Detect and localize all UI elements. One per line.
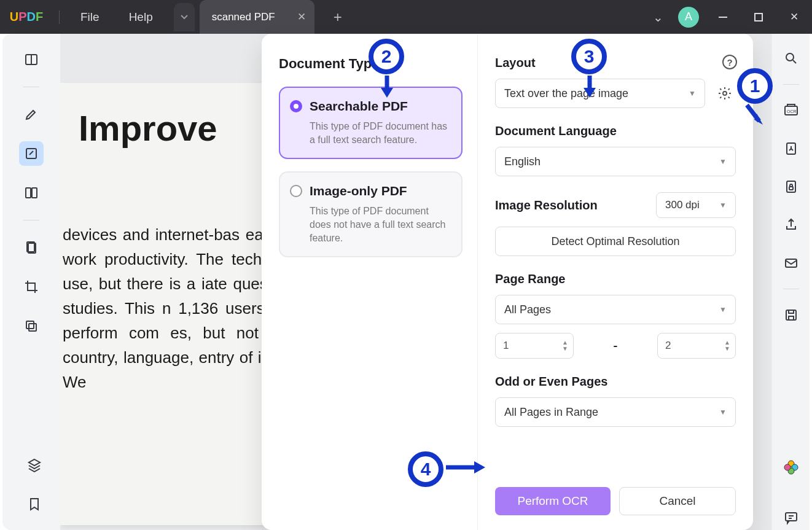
minimize-button[interactable] (705, 0, 741, 34)
edit-tool-icon[interactable] (19, 141, 44, 166)
svg-rect-4 (26, 188, 31, 198)
spin-buttons[interactable]: ▲▼ (562, 340, 568, 352)
cancel-button[interactable]: Cancel (619, 487, 736, 515)
callout-3-arrow (582, 74, 597, 100)
ocr-icon[interactable]: OCR (779, 98, 803, 123)
perform-ocr-button[interactable]: Perform OCR (495, 487, 611, 515)
spin-buttons[interactable]: ▲▼ (724, 340, 730, 352)
crop-tool-icon[interactable] (19, 275, 44, 299)
svg-rect-9 (29, 324, 36, 331)
separator (783, 289, 799, 289)
convert-icon[interactable] (779, 136, 803, 161)
odd-even-select[interactable]: All Pages in Range ▼ (495, 397, 736, 427)
language-select[interactable]: English ▼ (495, 147, 736, 176)
callout-3: 3 (571, 39, 607, 74)
tab-scanned-pdf[interactable]: scanned PDF ✕ (200, 0, 314, 34)
bookmark-icon[interactable] (22, 492, 47, 516)
svg-rect-17 (786, 259, 797, 267)
layout-value: Text over the page image (504, 87, 628, 100)
option-desc: This type of PDF document does not have … (310, 205, 451, 245)
svg-rect-16 (789, 187, 793, 190)
svg-point-22 (784, 464, 791, 470)
email-icon[interactable] (779, 251, 803, 275)
comment-icon[interactable] (779, 505, 803, 530)
layers-icon[interactable] (22, 453, 47, 477)
page-to-value: 2 (665, 340, 671, 352)
svg-point-10 (723, 92, 727, 95)
chevron-down-icon: ▼ (689, 89, 696, 98)
callout-4: 4 (408, 451, 443, 487)
odd-even-label: Odd or Even Pages (495, 375, 736, 389)
tab-list-dropdown[interactable] (174, 3, 195, 31)
svg-text:OCR: OCR (787, 109, 797, 114)
ocr-settings-section: ? Layout Text over the page image ▼ Docu… (478, 34, 753, 530)
svg-rect-1 (755, 14, 762, 21)
chevron-down-icon: ▼ (719, 157, 727, 166)
svg-rect-18 (786, 310, 796, 320)
separator (783, 84, 799, 85)
left-bottom-toolbar (22, 453, 47, 516)
page-range-label: Page Range (495, 272, 736, 286)
callout-2: 2 (369, 39, 404, 74)
account-dropdown-icon[interactable]: ⌄ (644, 10, 672, 25)
tab-title: scanned PDF (212, 11, 275, 23)
share-icon[interactable] (779, 212, 803, 237)
image-only-pdf-option[interactable]: Image-only PDF This type of PDF document… (279, 171, 463, 257)
svg-rect-23 (786, 513, 797, 521)
callout-2-arrow (380, 74, 394, 100)
menu-help[interactable]: Help (114, 10, 168, 24)
detect-resolution-button[interactable]: Detect Optimal Resolution (495, 227, 736, 256)
panel-footer: Perform OCR Cancel (495, 487, 736, 515)
searchable-pdf-option[interactable]: Searchable PDF This type of PDF document… (279, 87, 463, 159)
ocr-doc-type-section: Document Type Searchable PDF This type o… (262, 34, 478, 530)
layout-select[interactable]: Text over the page image ▼ (495, 79, 705, 108)
protect-icon[interactable] (779, 174, 803, 199)
chevron-down-icon: ▼ (719, 408, 727, 416)
resolution-label: Image Resolution (495, 198, 598, 212)
option-title: Image-only PDF (310, 184, 451, 198)
titlebar: UPDF File Help scanned PDF ✕ + ⌄ A ✕ (0, 0, 812, 34)
window-controls: ⌄ A ✕ (644, 0, 812, 34)
range-separator: - (613, 338, 617, 354)
tab-close-icon[interactable]: ✕ (297, 10, 306, 23)
layout-settings-icon[interactable] (714, 82, 736, 104)
avatar[interactable]: A (678, 7, 699, 28)
page-to-input[interactable]: 2 ▲▼ (657, 333, 736, 359)
odd-even-value: All Pages in Range (504, 406, 598, 419)
option-desc: This type of PDF document has a full tex… (310, 120, 451, 147)
page-range-select[interactable]: All Pages ▼ (495, 295, 736, 324)
svg-point-11 (786, 53, 794, 61)
save-icon[interactable] (779, 303, 803, 327)
app-logo: UPDF (0, 10, 53, 24)
chevron-down-icon: ▼ (719, 201, 727, 209)
batch-tool-icon[interactable] (19, 314, 44, 338)
radio-dot-icon (290, 100, 302, 112)
tab-group: scanned PDF ✕ + (174, 0, 350, 34)
page-from-value: 1 (503, 340, 509, 352)
svg-rect-5 (32, 188, 37, 198)
callout-1-arrow (743, 103, 765, 130)
ocr-panel: Document Type Searchable PDF This type o… (262, 34, 753, 530)
updf-flower-icon[interactable] (779, 455, 803, 480)
divider (59, 10, 60, 24)
resolution-select[interactable]: 300 dpi ▼ (656, 192, 736, 218)
page-from-input[interactable]: 1 ▲▼ (495, 333, 574, 359)
reader-mode-icon[interactable] (19, 47, 44, 72)
highlight-tool-icon[interactable] (19, 102, 44, 127)
new-tab-button[interactable]: + (326, 9, 350, 26)
close-button[interactable]: ✕ (776, 0, 812, 34)
organize-tool-icon[interactable] (19, 235, 44, 260)
compare-tool-icon[interactable] (19, 181, 44, 205)
search-icon[interactable] (779, 46, 803, 71)
callout-4-arrow (445, 460, 488, 475)
main-area: Improve devices and internet-bas eady us… (2, 34, 810, 530)
menu-file[interactable]: File (66, 10, 114, 24)
right-toolbar: OCR (771, 34, 810, 530)
option-title: Searchable PDF (310, 99, 451, 114)
maximize-button[interactable] (741, 0, 776, 34)
svg-rect-8 (26, 321, 34, 329)
separator (23, 87, 39, 87)
page-range-value: All Pages (504, 303, 551, 316)
chevron-down-icon: ▼ (719, 305, 727, 314)
help-icon[interactable]: ? (722, 55, 737, 69)
